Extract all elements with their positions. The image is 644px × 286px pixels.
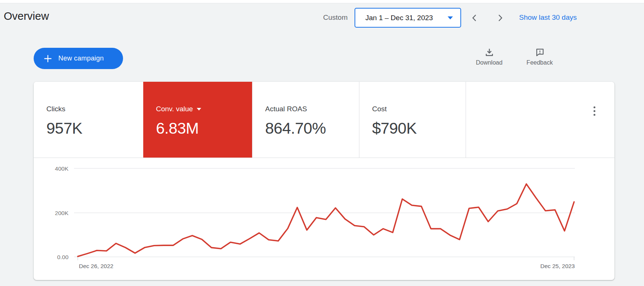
show-last-30-days-link[interactable]: Show last 30 days	[519, 13, 577, 22]
kebab-icon	[594, 106, 595, 108]
metric-tile-row: Clicks 957K Conv. value 6.83M Actual ROA…	[34, 82, 614, 158]
date-range-button[interactable]: Jan 1 – Dec 31, 2023	[355, 8, 461, 28]
metric-tile-cost[interactable]: Cost $790K	[359, 82, 466, 158]
x-axis-label-start: Dec 26, 2022	[79, 263, 113, 269]
new-campaign-label: New campaign	[58, 55, 104, 62]
y-axis-label-200k: 200K	[55, 210, 69, 216]
metric-value: 957K	[46, 119, 143, 137]
metric-value: $790K	[372, 119, 466, 137]
conv-value-chart: 400K 200K 0.00 Dec 26, 2022 Dec 25, 2023	[34, 158, 614, 280]
feedback-icon	[535, 47, 545, 57]
chevron-left-icon	[470, 14, 479, 22]
metric-caret-icon	[197, 108, 201, 111]
download-button[interactable]: Download	[471, 47, 507, 71]
date-range-value: Jan 1 – Dec 31, 2023	[365, 14, 433, 22]
y-axis-label-zero: 0.00	[57, 254, 69, 260]
y-axis-label-400k: 400K	[55, 165, 69, 172]
conv-value-line-series	[78, 184, 574, 257]
download-label: Download	[476, 59, 502, 66]
metric-tile-conv-value[interactable]: Conv. value 6.83M	[143, 82, 252, 158]
card-options-button[interactable]	[588, 103, 601, 119]
feedback-button[interactable]: Feedback	[522, 47, 558, 71]
overview-metrics-card: Clicks 957K Conv. value 6.83M Actual ROA…	[34, 82, 614, 280]
metric-tile-actual-roas[interactable]: Actual ROAS 864.70%	[252, 82, 359, 158]
plus-icon	[43, 54, 53, 63]
feedback-label: Feedback	[527, 59, 553, 66]
metric-label: Clicks	[46, 105, 143, 113]
download-icon	[484, 47, 494, 57]
x-axis-label-end: Dec 25, 2023	[540, 263, 575, 269]
top-strip	[0, 0, 644, 3]
page-title: Overview	[4, 10, 49, 22]
metric-label: Conv. value	[156, 105, 252, 113]
metric-label: Actual ROAS	[265, 105, 359, 113]
metric-label: Cost	[372, 105, 466, 113]
previous-period-button[interactable]	[467, 11, 482, 25]
metric-value: 864.70%	[265, 119, 359, 137]
metric-tile-clicks[interactable]: Clicks 957K	[34, 82, 143, 158]
metric-value: 6.83M	[156, 119, 252, 137]
dropdown-caret-icon	[448, 16, 453, 19]
chevron-right-icon	[496, 14, 504, 22]
date-mode-label: Custom	[323, 13, 347, 22]
next-period-button[interactable]	[493, 11, 507, 25]
new-campaign-button[interactable]: New campaign	[34, 48, 123, 69]
